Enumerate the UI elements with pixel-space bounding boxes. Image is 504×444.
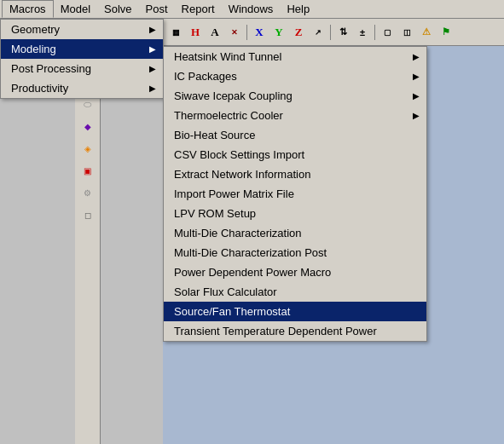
side-icon-8[interactable]: ◻ bbox=[78, 205, 98, 225]
toolbar-h-icon[interactable]: H bbox=[186, 23, 205, 42]
modeling-arrow-icon: ▶ bbox=[149, 44, 156, 54]
toolbar-separator-3 bbox=[374, 25, 375, 40]
toolbar-flag-icon[interactable]: ⚑ bbox=[437, 23, 455, 42]
macros-modeling-item[interactable]: Modeling ▶ bbox=[1, 39, 163, 59]
modeling-import-power-item[interactable]: Import Power Matrix File bbox=[164, 184, 426, 204]
menubar-model[interactable]: Model bbox=[54, 1, 97, 17]
modeling-multidiecharpost-item[interactable]: Multi-Die Characterization Post bbox=[164, 243, 426, 262]
menubar-solve[interactable]: Solve bbox=[97, 1, 139, 17]
menubar-windows[interactable]: Windows bbox=[222, 1, 281, 17]
siwave-arrow-icon: ▶ bbox=[413, 91, 420, 101]
modeling-heatsink-item[interactable]: Heatsink Wind Tunnel ▶ bbox=[164, 47, 426, 66]
menubar-report[interactable]: Report bbox=[175, 1, 222, 17]
modeling-multidiechar-item[interactable]: Multi-Die Characterization bbox=[164, 223, 426, 243]
menubar-post[interactable]: Post bbox=[139, 1, 175, 17]
menubar-help[interactable]: Help bbox=[280, 1, 316, 17]
macros-postprocessing-item[interactable]: Post Processing ▶ bbox=[1, 59, 163, 78]
side-icon-5[interactable]: ◈ bbox=[78, 138, 98, 159]
menubar: Macros Model Solve Post Report Windows H… bbox=[0, 0, 504, 19]
toolbar-square-icon[interactable]: ▢ bbox=[378, 23, 397, 42]
toolbar-3d-icon[interactable]: ◫ bbox=[397, 23, 416, 42]
macros-geometry-item[interactable]: Geometry ▶ bbox=[1, 20, 163, 39]
toolbar-x-icon[interactable]: X bbox=[250, 23, 269, 42]
side-icon-strip: ▦ ≡ ⬭ ◆ ◈ ▣ ⚙ ◻ bbox=[75, 46, 101, 444]
toolbar-a-icon[interactable]: A bbox=[206, 23, 224, 42]
modeling-lpv-item[interactable]: LPV ROM Setup bbox=[164, 204, 426, 223]
toolbar-updown-icon[interactable]: ⇅ bbox=[333, 23, 352, 42]
toolbar-close-icon[interactable]: ✕ bbox=[225, 23, 244, 42]
toolbar-separator-2 bbox=[330, 25, 331, 40]
heatsink-arrow-icon: ▶ bbox=[413, 52, 420, 61]
modeling-icpackages-item[interactable]: IC Packages ▶ bbox=[164, 66, 426, 86]
geometry-arrow-icon: ▶ bbox=[149, 25, 156, 34]
thermoelectric-arrow-icon: ▶ bbox=[413, 111, 420, 120]
postprocessing-arrow-icon: ▶ bbox=[149, 64, 156, 73]
toolbar-z-icon[interactable]: Z bbox=[289, 23, 308, 42]
modeling-transient-item[interactable]: Transient Temperature Dependent Power bbox=[164, 321, 426, 341]
productivity-arrow-icon: ▶ bbox=[149, 84, 156, 93]
modeling-sourcefan-item[interactable]: Source/Fan Thermostat bbox=[164, 302, 426, 321]
macros-productivity-item[interactable]: Productivity ▶ bbox=[1, 78, 163, 98]
top-toolbar: ▦ H A ✕ X Y Z ↗ ⇅ ± ▢ ◫ ⚠ ⚑ bbox=[163, 19, 504, 46]
macros-submenu: Geometry ▶ Modeling ▶ Post Processing ▶ … bbox=[0, 19, 164, 99]
modeling-extract-item[interactable]: Extract Network Information bbox=[164, 164, 426, 184]
modeling-thermoelectric-item[interactable]: Thermoelectric Cooler ▶ bbox=[164, 106, 426, 125]
modeling-powerdep-item[interactable]: Power Dependent Power Macro bbox=[164, 262, 426, 282]
side-icon-7[interactable]: ⚙ bbox=[78, 182, 98, 203]
modeling-solar-item[interactable]: Solar Flux Calculator bbox=[164, 282, 426, 302]
menubar-macros[interactable]: Macros bbox=[2, 0, 54, 18]
modeling-siwave-item[interactable]: Siwave Icepak Coupling ▶ bbox=[164, 86, 426, 106]
modeling-csv-item[interactable]: CSV Block Settings Import bbox=[164, 145, 426, 164]
toolbar-plusminus-icon[interactable]: ± bbox=[353, 23, 372, 42]
icpackages-arrow-icon: ▶ bbox=[413, 72, 420, 81]
toolbar-axis-icon[interactable]: ↗ bbox=[309, 23, 327, 42]
toolbar-y-icon[interactable]: Y bbox=[269, 23, 288, 42]
side-icon-6[interactable]: ▣ bbox=[78, 160, 98, 181]
toolbar-warn-icon[interactable]: ⚠ bbox=[417, 23, 436, 42]
toolbar-grid-icon[interactable]: ▦ bbox=[166, 23, 185, 42]
modeling-bioheat-item[interactable]: Bio-Heat Source bbox=[164, 125, 426, 145]
toolbar-separator-1 bbox=[246, 25, 247, 40]
modeling-submenu: Heatsink Wind Tunnel ▶ IC Packages ▶ Siw… bbox=[163, 46, 427, 342]
main-area: ▦ H A ✕ X Y Z ↗ ⇅ ± ▢ ◫ ⚠ ⚑ ▦ ≡ ⬭ ◆ ◈ ▣ … bbox=[0, 19, 504, 444]
side-icon-4[interactable]: ◆ bbox=[78, 116, 98, 136]
